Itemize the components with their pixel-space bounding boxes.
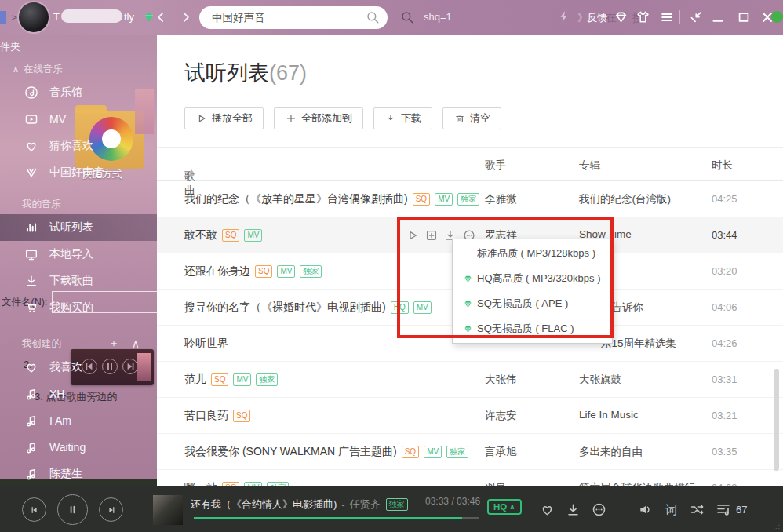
sidebar-section: ∧在线音乐音乐馆MV猜你喜欢中国好声音 [0, 59, 157, 186]
section-label: 在线音乐 [24, 63, 63, 76]
menu-icon[interactable] [660, 10, 674, 24]
song-cell: 我会很爱你 (SONY WALKMAN 广告主题曲)SQMV独家 [184, 434, 468, 469]
now-playing-artist: 任贤齐 [350, 497, 381, 512]
scrollbar-thumb[interactable] [774, 369, 779, 471]
sort-icon[interactable] [189, 169, 194, 177]
sidebar-item-XH[interactable]: XH [0, 381, 157, 407]
duration-cell: 04:25 [712, 193, 737, 205]
table-row[interactable]: 我们的纪念（《放羊的星星》台湾偶像剧插曲)SQMV独家李雅微我们的纪念(台湾版)… [157, 181, 783, 217]
toolbar-button-下载[interactable]: 下载 [373, 107, 432, 129]
quality-option[interactable]: 标准品质 ( MP3/128kbps ) [453, 241, 612, 266]
song-cell: 苦口良药SQ [184, 398, 250, 433]
sidebar-section: 我创建的＋∧我喜欢XHI AmWaiting陈楚生 [0, 333, 157, 486]
shuffle-icon[interactable] [690, 502, 705, 517]
forward-icon[interactable] [179, 10, 193, 24]
playlist-button[interactable]: 67 [716, 501, 747, 517]
table-row[interactable]: 范儿SQMV独家大张伟大张旗鼓03:31 [157, 362, 783, 398]
now-playing[interactable]: 还有我（《合约情人》电影插曲) - 任贤齐 独家 [191, 497, 408, 512]
search-icon[interactable] [366, 10, 380, 24]
page-search-icon[interactable] [400, 10, 414, 24]
local-import-icon [24, 246, 39, 262]
badge-独家: 独家 [300, 265, 322, 278]
sidebar-item-陈楚生[interactable]: 陈楚生 [0, 461, 157, 486]
download-icon[interactable] [566, 502, 581, 517]
sidebar-item-我购买的[interactable]: 我购买的 [0, 294, 157, 321]
sidebar-item-音乐馆[interactable]: 音乐馆 [0, 79, 157, 106]
quality-option[interactable]: SQ无损品质 ( APE ) [453, 291, 612, 316]
column-duration[interactable]: 时长 [712, 159, 733, 173]
duration-cell: 03:21 [712, 410, 737, 421]
next-button[interactable] [99, 497, 123, 522]
sidebar-item-我喜欢[interactable]: 我喜欢 [0, 354, 157, 381]
playlist-count: 67 [736, 504, 747, 516]
music-note-icon [24, 413, 39, 428]
badge-独家: 独家 [446, 446, 468, 458]
quality-option[interactable]: HQ高品质 ( MP3/320kbps ) [453, 266, 612, 291]
sidebar-item-本地导入[interactable]: 本地导入 [0, 241, 157, 268]
artist-cell: 言承旭 [485, 445, 517, 459]
toolbar-button-全部添加到[interactable]: 全部添加到 [274, 107, 363, 129]
maximize-icon[interactable] [737, 10, 751, 24]
sidebar-section-header[interactable]: ∧在线音乐 [0, 59, 157, 79]
vip-outline-icon[interactable] [614, 9, 628, 24]
plus-icon [285, 113, 297, 125]
song-cell: 哪一站SQMV独家 [184, 470, 289, 486]
vip-gem-icon [463, 298, 477, 309]
back-icon[interactable] [154, 10, 168, 24]
sidebar-item-猜你喜欢[interactable]: 猜你喜欢 [0, 133, 157, 159]
volume-icon[interactable] [638, 502, 653, 517]
duration-cell: 03:44 [712, 229, 737, 241]
album-art[interactable] [153, 495, 183, 525]
toolbar-button-播放全部[interactable]: 播放全部 [184, 107, 264, 129]
column-artist[interactable]: 歌手 [485, 159, 506, 173]
column-album[interactable]: 专辑 [579, 159, 600, 173]
sidebar-item-MV[interactable]: MV [0, 106, 157, 133]
sidebar-item-label: 我喜欢 [49, 360, 82, 374]
quality-option[interactable]: SQ无损品质 ( FLAC ) [453, 316, 612, 341]
collapse-caret-icon[interactable]: ∧ [132, 337, 140, 350]
quality-menu: 标准品质 ( MP3/128kbps )HQ高品质 ( MP3/320kbps … [452, 239, 613, 344]
play-icon[interactable] [406, 229, 419, 242]
badge-MV: MV [244, 229, 262, 242]
badge-MV: MV [277, 265, 295, 278]
sidebar-item-label: 下载歌曲 [49, 274, 93, 288]
previous-button[interactable] [22, 497, 46, 522]
song-cell: 敢不敢SQMV [184, 217, 262, 253]
heart-icon[interactable] [540, 502, 555, 517]
sidebar-item-Waiting[interactable]: Waiting [0, 434, 157, 461]
toolbar-button-label: 清空 [470, 111, 490, 126]
avatar[interactable] [19, 2, 49, 32]
sidebar-item-label: 我购买的 [49, 301, 93, 315]
quality-toggle[interactable]: HQ∧ [487, 499, 522, 515]
sidebar-section-header[interactable]: 我创建的＋∧ [0, 333, 157, 354]
skin-icon[interactable] [636, 9, 650, 24]
quality-option-label: SQ无损品质 ( FLAC ) [477, 322, 574, 336]
collapse-caret-icon[interactable]: ∧ [13, 64, 19, 75]
toolbar-button-清空[interactable]: 清空 [442, 107, 501, 129]
add-playlist-icon[interactable]: ＋ [108, 337, 119, 351]
table-row[interactable]: 哪一站SQMV独家羽泉第六届全球华语歌曲排行04:03 [157, 470, 783, 486]
music-note-icon [24, 439, 39, 455]
sidebar-nav: ∧在线音乐音乐馆MV猜你喜欢中国好声音我的音乐试听列表本地导入下载歌曲我购买的我… [0, 59, 157, 486]
audio-effect-icon[interactable]: 词 [664, 502, 679, 517]
search-input[interactable] [199, 6, 388, 29]
badge-SQ: SQ [233, 410, 250, 422]
feedback-link[interactable]: 反馈 [587, 11, 607, 25]
music-hall-icon [24, 85, 39, 100]
pause-button[interactable] [57, 494, 88, 525]
sidebar-section-header[interactable]: 我的音乐 [0, 194, 157, 214]
album-cell: 多出来的自由 [579, 445, 643, 459]
username-blur [61, 9, 122, 23]
sidebar-item-下载歌曲[interactable]: 下载歌曲 [0, 268, 157, 294]
sidebar-item-中国好声音[interactable]: 中国好声音 [0, 159, 157, 186]
more-icon[interactable] [592, 502, 606, 517]
sidebar-item-试听列表[interactable]: 试听列表 [0, 214, 157, 241]
add-icon[interactable] [425, 229, 438, 242]
minimize-icon[interactable] [711, 10, 725, 24]
sidebar-item-I Am[interactable]: I Am [0, 407, 157, 434]
progress-bar[interactable] [194, 517, 479, 519]
play-icon [195, 113, 207, 125]
table-row[interactable]: 我会很爱你 (SONY WALKMAN 广告主题曲)SQMV独家言承旭多出来的自… [157, 434, 783, 470]
mini-mode-icon[interactable] [689, 10, 703, 24]
table-row[interactable]: 苦口良药SQ许志安Life In Music03:21 [157, 398, 783, 434]
